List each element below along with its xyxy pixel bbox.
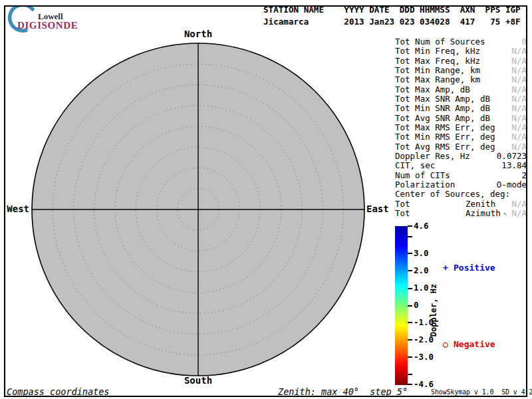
- colorbar-tick: [408, 322, 412, 323]
- table-row: Center of Sources, deg:: [395, 190, 528, 199]
- table-label: Doppler Res, Hz: [395, 152, 470, 161]
- legend-negative: ○Negative: [443, 339, 495, 349]
- program-version-label: ShowSkymap v 1.0 SD v 4.2: [431, 388, 532, 396]
- table-label: Tot Max Amp, dB: [395, 85, 470, 94]
- table-label: Tot Max SNR Amp, dB: [395, 94, 490, 104]
- colorbar-tick: [408, 288, 412, 289]
- table-sublabel: Azimuth: [466, 209, 501, 218]
- table-row: Tot Avg SNR Amp, dBN/A: [395, 114, 528, 123]
- table-value: 0.0723: [497, 152, 527, 161]
- table-value: 2: [521, 171, 527, 180]
- table-label: Tot Min SNR Amp, dB: [395, 104, 490, 113]
- colorbar-tick: [408, 236, 412, 237]
- lowell-digisonde-logo: Lowell DIGISONDE: [5, 4, 105, 33]
- zenith-range-label: Zenith: max 40° step 5°: [278, 386, 408, 397]
- table-sublabel: Zenith: [466, 200, 495, 209]
- colorbar-tick: [408, 339, 412, 340]
- colorbar-tick-label: 4.6: [414, 221, 429, 231]
- table-value: N/A: [511, 114, 527, 123]
- table-row: Tot Max SNR Amp, dBN/A: [395, 94, 528, 104]
- table-row: TotZenithN/A: [395, 200, 528, 209]
- table-label: Center of Sources, deg:: [395, 190, 510, 199]
- colorbar-tick: [408, 374, 412, 375]
- table-row: TotAzimuth↖N/A: [395, 209, 528, 218]
- table-value: N/A: [511, 104, 527, 113]
- circle-marker-icon: ○: [443, 339, 454, 349]
- colorbar-tick: [408, 253, 412, 254]
- table-row: Tot Max Range, kmN/A: [395, 75, 528, 84]
- table-row: Tot Min RMS Err, degN/A: [395, 132, 528, 142]
- table-label: CIT, sec: [395, 161, 435, 170]
- colorbar-tick-label: 1.0: [414, 283, 429, 293]
- table-value: O-mode: [497, 180, 527, 190]
- table-value: N/A: [511, 85, 527, 94]
- legend-positive: +Positive: [443, 263, 495, 273]
- table-row: Tot Min Freq, kHzN/A: [395, 47, 528, 56]
- table-label: Tot Max RMS Err, deg: [395, 123, 495, 132]
- table-row: Tot Num of Sources0: [395, 37, 528, 47]
- table-value: N/A: [511, 57, 527, 66]
- table-value: N/A: [511, 75, 527, 84]
- colorbar-tick-label: -3.0: [414, 352, 434, 362]
- table-label: Tot Max Freq, kHz: [395, 57, 480, 66]
- station-header-values: Jicamarca 2013 Jan23 023 034028 417 75 +…: [263, 17, 521, 27]
- colorbar-tick-label: 0: [414, 301, 419, 310]
- table-value: N/A: [511, 209, 527, 218]
- table-row: Tot Max RMS Err, degN/A: [395, 123, 528, 132]
- table-label: Tot Max Range, km: [395, 75, 480, 84]
- colorbar-tick: [408, 225, 412, 227]
- colorbar-tick-label: -4.6: [414, 380, 434, 389]
- table-label: Polarization: [395, 180, 455, 190]
- colorbar-tick-label: 2.0: [414, 266, 429, 275]
- compass-label-north: North: [172, 29, 225, 39]
- table-value: N/A: [511, 47, 527, 56]
- table-value: N/A: [511, 66, 527, 75]
- table-value: N/A: [511, 94, 527, 104]
- colorbar-tick: [408, 356, 412, 358]
- doppler-colorbar: [395, 226, 408, 385]
- legend-negative-label: Negative: [454, 339, 495, 349]
- table-value: N/A: [511, 123, 527, 132]
- compass-label-west: West: [0, 203, 29, 214]
- table-value: 0: [521, 37, 527, 47]
- station-header-columns: STATION NAME YYYY DATE DDD HHMMSS AXN PP…: [263, 5, 521, 15]
- coordinates-mode-label: Compass coordinates: [7, 386, 109, 397]
- table-row: Tot Avg RMS Err, degN/A: [395, 142, 528, 152]
- azimuth-arrow-icon: ↖: [503, 209, 507, 218]
- table-label: Tot Num of Sources: [395, 37, 485, 47]
- colorbar-tick: [408, 384, 412, 385]
- logo-digisonde-text: DIGISONDE: [17, 20, 78, 31]
- table-label: Tot Min RMS Err, deg: [395, 132, 495, 142]
- colorbar-tick: [408, 305, 412, 307]
- table-row: Tot Min SNR Amp, dBN/A: [395, 104, 528, 113]
- table-row: Tot Max Freq, kHzN/A: [395, 57, 528, 66]
- table-value: N/A: [511, 142, 527, 152]
- table-label: Tot: [395, 209, 410, 218]
- table-label: Tot Avg RMS Err, deg: [395, 142, 495, 152]
- table-row: Tot Max Amp, dBN/A: [395, 85, 528, 94]
- table-value: 13.84: [501, 161, 527, 170]
- table-row: Tot Min Range, kmN/A: [395, 66, 528, 75]
- plus-marker-icon: +: [443, 263, 454, 273]
- table-row: CIT, sec13.84: [395, 161, 528, 170]
- table-label: Num of CITs: [395, 171, 450, 180]
- table-label: Tot Avg SNR Amp, dB: [395, 114, 490, 123]
- table-label: Tot Min Range, km: [395, 66, 480, 75]
- colorbar-tick-label: 3.0: [414, 249, 429, 258]
- table-value: N/A: [511, 200, 527, 209]
- legend-positive-label: Positive: [454, 263, 495, 273]
- colorbar-axis-title: Doppler, Hz: [429, 271, 439, 350]
- table-label: Tot: [395, 200, 410, 209]
- table-value: N/A: [511, 132, 527, 142]
- table-label: Tot Min Freq, kHz: [395, 47, 480, 56]
- compass-label-south: South: [172, 375, 225, 386]
- table-row: PolarizationO-mode: [395, 180, 528, 190]
- table-row: Doppler Res, Hz0.0723: [395, 152, 528, 161]
- table-row: Num of CITs2: [395, 171, 528, 180]
- colorbar-tick: [408, 270, 412, 271]
